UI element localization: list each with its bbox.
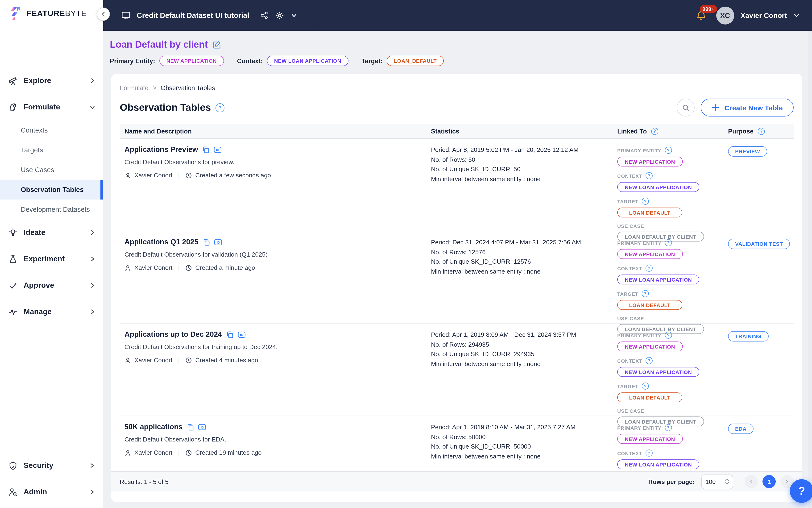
help-icon[interactable]: ? bbox=[645, 265, 652, 272]
help-icon[interactable]: ? bbox=[216, 103, 225, 112]
clock-icon bbox=[185, 449, 192, 456]
context-pill[interactable]: NEW LOAN APPLICATION bbox=[617, 274, 700, 285]
gear-icon[interactable] bbox=[275, 11, 284, 19]
copy-icon[interactable] bbox=[202, 146, 209, 153]
help-icon[interactable]: ? bbox=[645, 172, 652, 179]
context-label: CONTEXT? bbox=[617, 172, 715, 179]
prev-page-button[interactable] bbox=[745, 475, 758, 488]
help-fab-button[interactable]: ? bbox=[790, 479, 812, 503]
help-icon[interactable]: ? bbox=[642, 383, 649, 390]
context-pill[interactable]: NEW LOAN APPLICATION bbox=[617, 182, 700, 192]
help-icon[interactable]: ? bbox=[645, 450, 652, 457]
help-icon[interactable]: ? bbox=[651, 128, 658, 135]
table-name-link[interactable]: Applications Preview bbox=[125, 145, 198, 154]
sidebar-item-observation-tables[interactable]: Observation Tables bbox=[0, 180, 103, 200]
help-icon[interactable]: ? bbox=[665, 424, 672, 431]
brand-name: FEATUREBYTE bbox=[27, 9, 87, 18]
lightbulb-icon bbox=[8, 228, 17, 237]
topbar: Credit Default Dataset UI tutorial 999+ … bbox=[103, 0, 812, 31]
sidebar-item-label: Formulate bbox=[24, 103, 60, 111]
sidebar-item-ideate[interactable]: Ideate bbox=[0, 219, 103, 246]
sidebar-item-explore[interactable]: Explore bbox=[0, 68, 103, 94]
table-header-row: Name and Description Statistics Linked T… bbox=[120, 124, 794, 139]
id-icon[interactable]: ID bbox=[214, 239, 222, 246]
target-pill[interactable]: LOAN DEFAULT bbox=[617, 208, 682, 217]
primary-entity-pill[interactable]: NEW APPLICATION bbox=[160, 56, 224, 66]
chevron-down-icon[interactable] bbox=[291, 12, 297, 18]
help-icon[interactable]: ? bbox=[642, 198, 649, 205]
sidebar-item-formulate[interactable]: Formulate bbox=[0, 94, 103, 120]
workspace-tab[interactable]: Credit Default Dataset UI tutorial bbox=[103, 0, 313, 31]
copy-icon[interactable] bbox=[203, 239, 210, 246]
id-icon[interactable]: ID bbox=[198, 423, 206, 430]
sidebar-item-manage[interactable]: Manage bbox=[0, 299, 103, 325]
help-icon[interactable]: ? bbox=[645, 357, 652, 364]
context-pill[interactable]: NEW LOAN APPLICATION bbox=[617, 367, 700, 377]
purpose-pill[interactable]: VALIDATION TEST bbox=[728, 239, 790, 249]
use-case-label: USE CASE bbox=[617, 408, 715, 414]
target-pill[interactable]: LOAN DEFAULT bbox=[617, 392, 682, 403]
sidebar-item-approve[interactable]: Approve bbox=[0, 272, 103, 299]
sidebar-item-admin[interactable]: Admin bbox=[0, 479, 102, 505]
notification-bell-icon[interactable]: 999+ bbox=[695, 10, 707, 21]
user-name: Xavier Conort bbox=[740, 11, 787, 19]
breadcrumb-parent[interactable]: Formulate bbox=[120, 84, 148, 91]
sidebar-item-contexts[interactable]: Contexts bbox=[0, 120, 103, 140]
purpose-pill[interactable]: EDA bbox=[728, 424, 754, 434]
sidebar-collapse-button[interactable] bbox=[97, 7, 110, 21]
primary-entity-pill[interactable]: NEW APPLICATION bbox=[617, 434, 683, 444]
edit-icon[interactable] bbox=[213, 40, 221, 49]
stepper-icons[interactable] bbox=[725, 479, 729, 484]
rows-per-page-input[interactable] bbox=[706, 478, 723, 485]
topbar-right: 999+ XC Xavier Conort bbox=[695, 6, 812, 24]
help-icon[interactable]: ? bbox=[642, 290, 649, 297]
current-page-button[interactable]: 1 bbox=[763, 475, 776, 488]
scrollbar[interactable] bbox=[808, 31, 812, 508]
purpose-pill[interactable]: PREVIEW bbox=[728, 146, 767, 157]
primary-entity-pill[interactable]: NEW APPLICATION bbox=[617, 341, 683, 351]
table-name-link[interactable]: Applications up to Dec 2024 bbox=[125, 330, 222, 339]
help-icon[interactable]: ? bbox=[665, 239, 672, 246]
help-icon[interactable]: ? bbox=[665, 147, 672, 154]
sidebar-item-targets[interactable]: Targets bbox=[0, 140, 103, 160]
sidebar-item-label: Approve bbox=[24, 281, 54, 290]
sidebar-item-experiment[interactable]: Experiment bbox=[0, 246, 103, 272]
clock-icon bbox=[185, 264, 192, 271]
notification-count-badge: 999+ bbox=[700, 5, 717, 12]
primary-entity-pill[interactable]: NEW APPLICATION bbox=[617, 157, 683, 167]
id-icon[interactable]: ID bbox=[214, 146, 222, 153]
target-pill[interactable]: LOAN DEFAULT bbox=[617, 300, 682, 310]
sidebar-item-development-datasets[interactable]: Development Datasets bbox=[0, 200, 103, 219]
chevron-right-icon bbox=[89, 489, 95, 495]
stat-unique: No. of Unique SK_ID_CURR: 12576 bbox=[431, 257, 604, 267]
clock-icon bbox=[185, 357, 192, 364]
table-name-link[interactable]: 50K applications bbox=[125, 423, 182, 431]
brand-logo[interactable]: FEATUREBYTE bbox=[0, 0, 103, 20]
table-name-link[interactable]: Applications Q1 2025 bbox=[125, 238, 198, 246]
help-icon[interactable]: ? bbox=[665, 332, 672, 339]
flask-icon bbox=[8, 254, 17, 263]
primary-entity-label: Primary Entity: bbox=[110, 57, 155, 65]
id-icon[interactable]: ID bbox=[237, 331, 245, 338]
context-pill[interactable]: NEW LOAN APPLICATION bbox=[267, 56, 349, 66]
user-icon bbox=[125, 172, 131, 178]
primary-entity-label: PRIMARY ENTITY? bbox=[617, 424, 715, 431]
target-pill[interactable]: LOAN_DEFAULT bbox=[387, 56, 444, 66]
telescope-icon bbox=[8, 76, 17, 85]
rows-per-page-select[interactable] bbox=[701, 474, 733, 489]
purpose-pill[interactable]: TRAINING bbox=[728, 331, 768, 341]
table-description: Credit Default Observations for preview. bbox=[125, 159, 418, 166]
workspace-title: Credit Default Dataset UI tutorial bbox=[137, 11, 249, 19]
search-button[interactable] bbox=[677, 98, 694, 117]
copy-icon[interactable] bbox=[187, 423, 194, 430]
sidebar-item-security[interactable]: Security bbox=[0, 452, 102, 479]
avatar[interactable]: XC bbox=[716, 6, 734, 24]
user-menu-chevron-icon[interactable] bbox=[794, 12, 800, 18]
create-new-table-button[interactable]: Create New Table bbox=[701, 98, 794, 117]
share-icon[interactable] bbox=[260, 11, 268, 19]
help-icon[interactable]: ? bbox=[758, 128, 765, 135]
copy-icon[interactable] bbox=[226, 331, 233, 338]
context-pill[interactable]: NEW LOAN APPLICATION bbox=[617, 459, 700, 469]
primary-entity-pill[interactable]: NEW APPLICATION bbox=[617, 249, 683, 259]
sidebar-item-use-cases[interactable]: Use Cases bbox=[0, 160, 103, 180]
